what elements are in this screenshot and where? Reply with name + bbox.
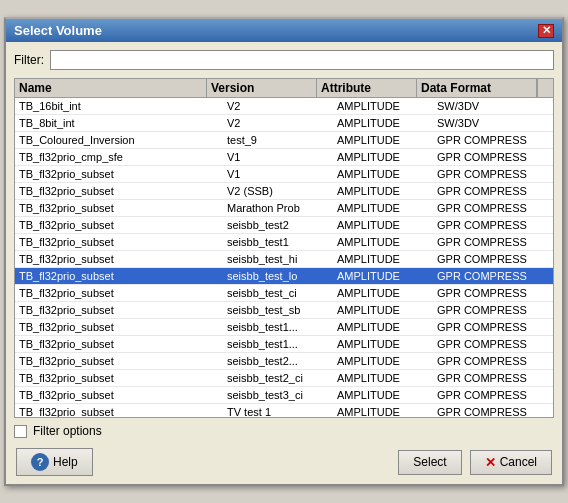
cell-version: V1 — [223, 149, 333, 165]
filter-options-checkbox[interactable] — [14, 425, 27, 438]
col-version: Version — [207, 79, 317, 97]
table-row[interactable]: TB_Coloured_Inversiontest_9AMPLITUDEGPR … — [15, 132, 553, 149]
cell-attribute: AMPLITUDE — [333, 302, 433, 318]
col-attribute: Attribute — [317, 79, 417, 97]
cancel-icon: ✕ — [485, 455, 496, 470]
table-row[interactable]: TB_16bit_intV2AMPLITUDESW/3DV — [15, 98, 553, 115]
cell-name: TB_fl32prio_cmp_sfe — [15, 149, 223, 165]
cell-version: seisbb_test1... — [223, 319, 333, 335]
cell-name: TB_16bit_int — [15, 98, 223, 114]
cell-format: GPR COMPRESS — [433, 387, 553, 403]
cell-attribute: AMPLITUDE — [333, 98, 433, 114]
cell-name: TB_fl32prio_subset — [15, 353, 223, 369]
cell-version: V2 (SSB) — [223, 183, 333, 199]
table-row[interactable]: TB_fl32prio_subsetseisbb_test1...AMPLITU… — [15, 319, 553, 336]
cell-version: TV test 1 — [223, 404, 333, 417]
cell-version: seisbb_test3_ci — [223, 387, 333, 403]
filter-options-label: Filter options — [33, 424, 102, 438]
cell-format: SW/3DV — [433, 115, 553, 131]
table-row[interactable]: TB_fl32prio_subsetseisbb_test2...AMPLITU… — [15, 353, 553, 370]
window-title: Select Volume — [14, 23, 102, 38]
cell-name: TB_8bit_int — [15, 115, 223, 131]
cell-format: GPR COMPRESS — [433, 183, 553, 199]
cancel-button[interactable]: ✕ Cancel — [470, 450, 552, 475]
cell-format: GPR COMPRESS — [433, 353, 553, 369]
table-row[interactable]: TB_fl32prio_subsetseisbb_test1AMPLITUDEG… — [15, 234, 553, 251]
cell-attribute: AMPLITUDE — [333, 370, 433, 386]
cell-version: seisbb_test1... — [223, 336, 333, 352]
cell-name: TB_fl32prio_subset — [15, 370, 223, 386]
cell-version: V1 — [223, 166, 333, 182]
cell-name: TB_fl32prio_subset — [15, 200, 223, 216]
filter-row: Filter: — [14, 50, 554, 70]
table-row[interactable]: TB_fl32prio_subsetseisbb_test_ciAMPLITUD… — [15, 285, 553, 302]
cell-name: TB_Coloured_Inversion — [15, 132, 223, 148]
cell-version: seisbb_test_sb — [223, 302, 333, 318]
cell-format: GPR COMPRESS — [433, 302, 553, 318]
cell-attribute: AMPLITUDE — [333, 353, 433, 369]
cell-format: GPR COMPRESS — [433, 132, 553, 148]
help-label: Help — [53, 455, 78, 469]
cell-version: seisbb_test2 — [223, 217, 333, 233]
cell-attribute: AMPLITUDE — [333, 115, 433, 131]
help-icon: ? — [31, 453, 49, 471]
table-row[interactable]: TB_8bit_intV2AMPLITUDESW/3DV — [15, 115, 553, 132]
cell-name: TB_fl32prio_subset — [15, 285, 223, 301]
scrollbar-spacer — [537, 79, 553, 97]
cell-attribute: AMPLITUDE — [333, 387, 433, 403]
cell-version: test_9 — [223, 132, 333, 148]
cell-version: seisbb_test_lo — [223, 268, 333, 284]
cell-attribute: AMPLITUDE — [333, 183, 433, 199]
cell-format: GPR COMPRESS — [433, 285, 553, 301]
cell-attribute: AMPLITUDE — [333, 166, 433, 182]
cell-version: seisbb_test2... — [223, 353, 333, 369]
table-row[interactable]: TB_fl32prio_subsetTV test 1AMPLITUDEGPR … — [15, 404, 553, 417]
cell-format: GPR COMPRESS — [433, 268, 553, 284]
cell-version: Marathon Prob — [223, 200, 333, 216]
right-buttons: Select ✕ Cancel — [398, 450, 552, 475]
cell-format: GPR COMPRESS — [433, 404, 553, 417]
cell-name: TB_fl32prio_subset — [15, 336, 223, 352]
cell-format: GPR COMPRESS — [433, 200, 553, 216]
cell-version: seisbb_test2_ci — [223, 370, 333, 386]
cell-attribute: AMPLITUDE — [333, 404, 433, 417]
table-row[interactable]: TB_fl32prio_subsetseisbb_test_hiAMPLITUD… — [15, 251, 553, 268]
filter-input[interactable] — [50, 50, 554, 70]
select-button[interactable]: Select — [398, 450, 461, 475]
cell-name: TB_fl32prio_subset — [15, 234, 223, 250]
cell-name: TB_fl32prio_subset — [15, 302, 223, 318]
cell-attribute: AMPLITUDE — [333, 234, 433, 250]
cell-name: TB_fl32prio_subset — [15, 268, 223, 284]
cell-attribute: AMPLITUDE — [333, 251, 433, 267]
cell-attribute: AMPLITUDE — [333, 149, 433, 165]
cell-format: GPR COMPRESS — [433, 251, 553, 267]
cell-version: V2 — [223, 98, 333, 114]
window-body: Filter: Name Version Attribute Data Form… — [6, 42, 562, 484]
bottom-buttons: ? Help Select ✕ Cancel — [14, 448, 554, 476]
table-row[interactable]: TB_fl32prio_subsetseisbb_test2AMPLITUDEG… — [15, 217, 553, 234]
table-row[interactable]: TB_fl32prio_subsetMarathon ProbAMPLITUDE… — [15, 200, 553, 217]
cell-format: GPR COMPRESS — [433, 217, 553, 233]
table-row[interactable]: TB_fl32prio_subsetV1AMPLITUDEGPR COMPRES… — [15, 166, 553, 183]
filter-label: Filter: — [14, 53, 44, 67]
help-button[interactable]: ? Help — [16, 448, 93, 476]
cell-format: SW/3DV — [433, 98, 553, 114]
cell-format: GPR COMPRESS — [433, 149, 553, 165]
table-body[interactable]: TB_16bit_intV2AMPLITUDESW/3DVTB_8bit_int… — [15, 98, 553, 417]
close-button[interactable]: ✕ — [538, 24, 554, 38]
cell-attribute: AMPLITUDE — [333, 336, 433, 352]
table-header: Name Version Attribute Data Format — [15, 79, 553, 98]
table-row[interactable]: TB_fl32prio_subsetseisbb_test3_ciAMPLITU… — [15, 387, 553, 404]
table-row[interactable]: TB_fl32prio_subsetseisbb_test_sbAMPLITUD… — [15, 302, 553, 319]
cell-name: TB_fl32prio_subset — [15, 183, 223, 199]
table-row[interactable]: TB_fl32prio_subsetV2 (SSB)AMPLITUDEGPR C… — [15, 183, 553, 200]
table-row[interactable]: TB_fl32prio_cmp_sfeV1AMPLITUDEGPR COMPRE… — [15, 149, 553, 166]
cell-name: TB_fl32prio_subset — [15, 217, 223, 233]
title-bar: Select Volume ✕ — [6, 19, 562, 42]
table-row[interactable]: TB_fl32prio_subsetseisbb_test1...AMPLITU… — [15, 336, 553, 353]
cell-attribute: AMPLITUDE — [333, 319, 433, 335]
cell-version: seisbb_test_hi — [223, 251, 333, 267]
cell-attribute: AMPLITUDE — [333, 132, 433, 148]
table-row[interactable]: TB_fl32prio_subsetseisbb_test_loAMPLITUD… — [15, 268, 553, 285]
table-row[interactable]: TB_fl32prio_subsetseisbb_test2_ciAMPLITU… — [15, 370, 553, 387]
